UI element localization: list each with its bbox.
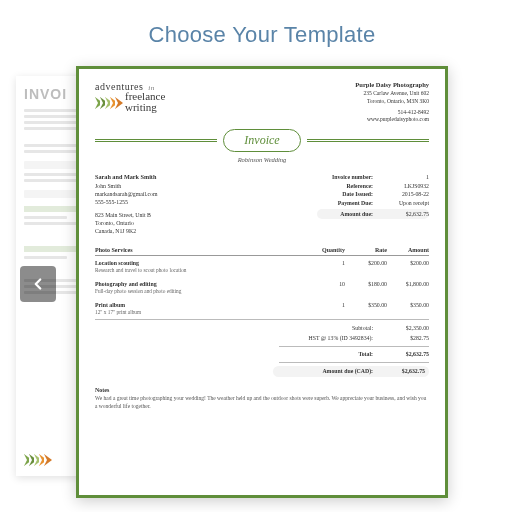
chevron-left-icon <box>29 275 47 293</box>
carousel-prev-button[interactable] <box>20 266 56 302</box>
line-item: Location scoutingResearch and travel to … <box>95 256 429 277</box>
logo-chevrons <box>24 452 51 466</box>
template-carousel: INVOI adventures in <box>0 66 524 506</box>
template-card-selected[interactable]: adventures in freelance writing Purple D… <box>76 66 448 498</box>
line-items-table: Photo Services Quantity Rate Amount Loca… <box>95 247 429 377</box>
bill-to: Sarah and Mark Smith John Smith markands… <box>95 173 157 235</box>
prev-invoice-label: INVOI <box>24 86 67 102</box>
logo: adventures in freelance writing <box>95 81 165 123</box>
line-item: Print album12" x 17" print album1$350.00… <box>95 298 429 319</box>
invoice-subtitle: Robinson Wedding <box>95 156 429 163</box>
notes-section: Notes We had a great time photographing … <box>95 387 429 410</box>
company-info: Purple Daisy Photography 235 Carlaw Aven… <box>355 81 429 123</box>
invoice-title-badge: Invoice <box>223 129 300 152</box>
logo-chevrons <box>95 97 120 109</box>
invoice-meta: Invoice number:1 Reference:LKJS0932 Date… <box>317 173 429 235</box>
page-title: Choose Your Template <box>0 0 524 66</box>
line-item: Photography and editingFull-day photo se… <box>95 277 429 298</box>
